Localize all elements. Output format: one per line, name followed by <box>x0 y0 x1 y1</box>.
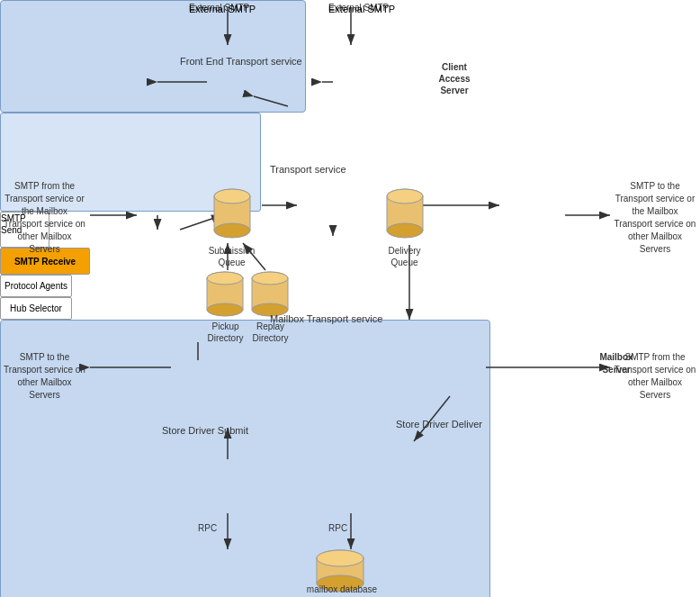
smtp-from-right-label: SMTP from the Transport service on other… <box>614 351 696 402</box>
pickup-directory-cylinder <box>205 270 245 320</box>
client-access-server-label: Client Access Server <box>432 61 477 96</box>
diagram: External SMTP External SMTP Client Acces… <box>0 0 700 597</box>
rpc-left-label: RPC <box>198 522 217 534</box>
svg-point-27 <box>214 189 250 204</box>
svg-point-39 <box>252 272 288 285</box>
submission-queue-label: Submission Queue <box>202 245 261 268</box>
svg-point-43 <box>317 550 363 566</box>
mailbox-database-label: mailbox database <box>288 583 396 595</box>
ext-smtp-right: External SMTP <box>328 4 395 14</box>
smtp-receive-top-label: SMTP Receive <box>14 257 76 267</box>
smtp-to-right-label: SMTP to the Transport service or the Mai… <box>614 180 696 256</box>
mailbox-transport-label: Mailbox Transport service <box>270 313 382 324</box>
protocol-agents-top-box: Protocol Agents <box>0 275 72 297</box>
delivery-queue-label: Delivery Queue <box>375 245 434 268</box>
hub-selector-top-box: Hub Selector <box>0 297 72 320</box>
store-driver-deliver-label: Store Driver Deliver <box>396 419 482 430</box>
smtp-to-left-label: SMTP to the Transport service on other M… <box>2 351 87 402</box>
rpc-right-label: RPC <box>328 522 347 534</box>
store-driver-submit-label: Store Driver Submit <box>162 425 248 436</box>
smtp-from-left-label: SMTP from the Transport service or the M… <box>2 180 87 256</box>
svg-point-31 <box>387 189 423 204</box>
transport-service-label: Transport service <box>270 164 346 175</box>
svg-point-26 <box>214 223 250 238</box>
svg-point-34 <box>207 303 243 316</box>
submission-queue-cylinder <box>212 187 252 241</box>
svg-point-35 <box>207 272 243 285</box>
front-end-transport-label: Front End Transport service <box>180 56 302 67</box>
protocol-agents-top-label: Protocol Agents <box>4 281 67 291</box>
ext-smtp-left: External SMTP <box>189 4 256 14</box>
svg-point-30 <box>387 223 423 238</box>
replay-directory-cylinder <box>250 270 290 320</box>
hub-selector-top-label: Hub Selector <box>10 303 62 313</box>
delivery-queue-cylinder <box>385 187 425 241</box>
